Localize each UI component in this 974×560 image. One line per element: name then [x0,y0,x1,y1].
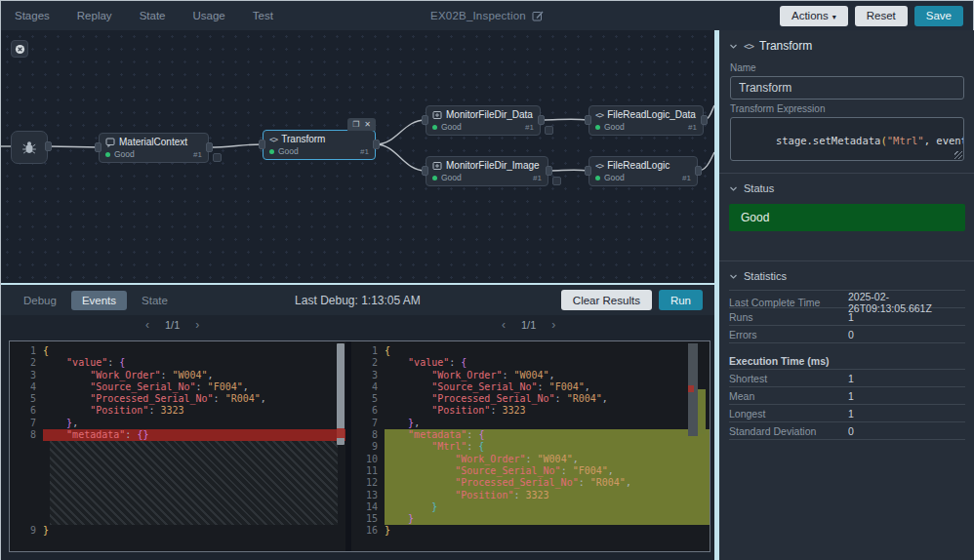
code-line: 5 "Processed_Serial_No": "R004", [351,393,710,405]
reset-button[interactable]: Reset [855,6,908,26]
node-materialcontext[interactable]: MaterialContext Good #1 [99,133,209,163]
caret-down-icon: ▾ [832,13,836,21]
code-line: 12 "Processed_Serial_No": "R004", [351,477,710,489]
code-line: 7 }, [10,418,345,429]
added-marker [698,389,706,434]
section-status-header[interactable]: Status [719,174,974,200]
node-title: MaterialContext [119,137,187,147]
window-icon [432,161,442,171]
node-status: Good [441,173,462,182]
clear-results-button[interactable]: Clear Results [561,290,652,310]
input-port[interactable] [422,115,428,125]
resize-grip[interactable] [954,151,962,159]
diff-before-pane[interactable]: 1{2 "value": {3 "Work_Order": "W004",4 "… [10,341,345,551]
pipeline-canvas[interactable]: MaterialContext Good #1 ❐ ✕ <> Transform [1,30,714,283]
node-title: Transform [281,134,325,144]
code-icon: <> [744,41,753,52]
vertical-divider[interactable] [714,30,719,560]
run-button[interactable]: Run [659,290,703,310]
pagination-row: ‹ 1/1 › ‹ 1/1 › [1,318,714,336]
node-status: Good [604,122,625,132]
node-monitorfiledir-image[interactable]: MonitorFileDir_Image Good #1 [426,156,548,186]
node-count: #1 [533,174,542,182]
status-badge: Good [729,204,965,231]
duplicate-icon[interactable]: ❐ [352,118,359,131]
output-port[interactable] [45,141,52,151]
menu-replay[interactable]: Replay [77,10,112,21]
output-port[interactable] [538,115,545,125]
status-dot [432,125,437,130]
tab-events[interactable]: Events [71,291,127,310]
node-filereadlogic-data[interactable]: <> FileReadLogic_Data Good #1 [588,105,704,136]
output-port[interactable] [695,166,702,176]
section-transform-header[interactable]: <> Transform [719,30,974,59]
input-port[interactable] [585,166,591,176]
node-title: FileReadLogic_Data [607,109,696,120]
node-count: #1 [193,150,202,159]
menu-test[interactable]: Test [253,10,273,21]
input-port[interactable] [259,140,265,149]
code-line: 8 "metadata": { [351,429,710,441]
close-icon[interactable]: ✕ [364,118,371,131]
tab-debug[interactable]: Debug [13,291,67,310]
stat-row: Last Complete Time 2025-02-26T09:13:05.6… [729,291,965,308]
stat-row: Standard Deviation 0 [729,422,965,440]
node-status: Good [604,173,625,182]
code-line: 2 "value": { [10,357,345,369]
status-dot [105,152,110,157]
removed-marker [337,428,345,438]
menu-usage[interactable]: Usage [192,10,224,21]
name-input[interactable] [730,76,964,100]
prev-page-icon[interactable]: ‹ [145,318,149,332]
chevron-down-icon [729,42,738,51]
actions-button[interactable]: Actions▾ [780,6,848,26]
node-transform[interactable]: ❐ ✕ <> Transform Good #1 [263,130,376,160]
next-page-icon[interactable]: › [195,318,199,332]
right-pager: ‹ 1/1 › [502,318,555,332]
input-port[interactable] [585,115,591,125]
node-trigger[interactable] [11,131,48,164]
horizontal-divider[interactable] [1,283,714,285]
secondary-port[interactable] [213,153,222,162]
node-title: MonitorFileDir_Data [446,109,533,120]
output-port[interactable] [546,166,552,176]
save-button[interactable]: Save [914,6,963,26]
execution-time-subheader: Execution Time (ms) [729,352,965,370]
code-line: 6 "Position": 3323 [351,405,710,417]
status-dot [432,176,437,180]
node-count: #1 [360,147,369,156]
page-indicator: 1/1 [521,319,536,331]
input-port[interactable] [422,166,428,176]
output-port[interactable] [373,140,380,149]
window-icon [432,110,442,120]
node-filereadlogic[interactable]: <> FileReadLogic Good #1 [588,156,698,186]
secondary-port[interactable] [552,177,561,185]
expression-editor[interactable]: stage.setMetadata("Mtrl", event.value); [730,117,964,161]
prev-page-icon[interactable]: ‹ [502,318,506,332]
stat-row: Runs 1 [729,308,965,326]
bug-icon [21,140,37,155]
code-line: 5 "Processed_Serial_No": "R004", [10,393,345,405]
output-port[interactable] [701,115,708,125]
code-line: 7 }, [351,418,710,429]
diff-after-pane[interactable]: 1{2 "value": {3 "Work_Order": "W004",4 "… [351,341,710,551]
node-status: Good [278,146,299,156]
output-port[interactable] [206,142,213,152]
section-statistics-header[interactable]: Statistics [719,261,974,288]
code-line: 4 "Source_Serial_No": "F004", [10,381,345,393]
input-port[interactable] [95,142,101,152]
stats-section-title: Statistics [744,270,787,282]
code-line: 1{ [10,345,345,357]
node-count: #1 [682,174,691,182]
edit-title-icon[interactable] [532,10,544,21]
tab-state[interactable]: State [131,291,179,310]
next-page-icon[interactable]: › [551,318,555,332]
menu-state[interactable]: State [140,10,166,21]
diff-view: 1{2 "value": {3 "Work_Order": "W004",4 "… [9,340,710,552]
canvas-disable-button[interactable] [11,40,28,58]
stat-row: Shortest 1 [729,370,965,387]
secondary-port[interactable] [545,126,553,135]
menu-stages[interactable]: Stages [15,10,50,21]
node-monitorfiledir-data[interactable]: MonitorFileDir_Data Good #1 [426,105,541,136]
code-icon: <> [595,110,603,120]
